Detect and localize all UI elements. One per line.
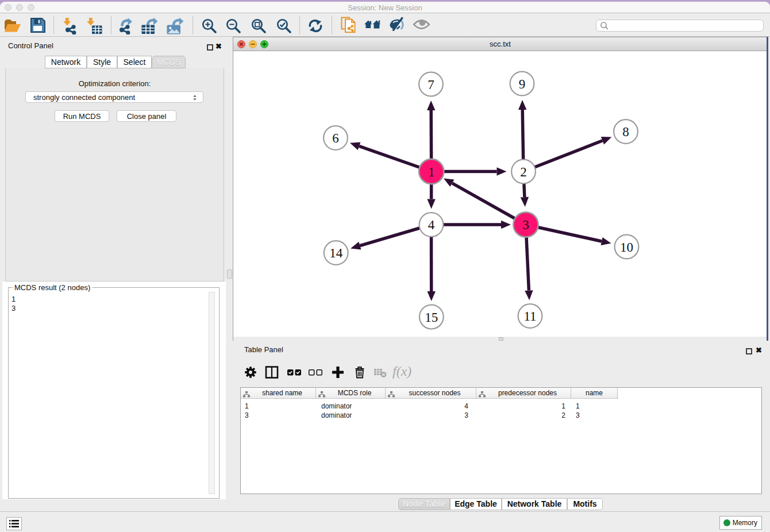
svg-text:9: 9	[519, 77, 526, 91]
svg-text:2: 2	[520, 165, 527, 179]
svg-text:3: 3	[522, 218, 529, 232]
svg-text:4: 4	[428, 218, 435, 232]
svg-text:8: 8	[622, 125, 629, 139]
svg-text:11: 11	[523, 309, 536, 323]
svg-text:15: 15	[425, 310, 438, 325]
svg-text:10: 10	[620, 240, 633, 255]
svg-text:14: 14	[329, 246, 343, 260]
svg-text:7: 7	[428, 78, 434, 92]
svg-text:1: 1	[428, 165, 435, 179]
svg-text:6: 6	[332, 131, 339, 145]
